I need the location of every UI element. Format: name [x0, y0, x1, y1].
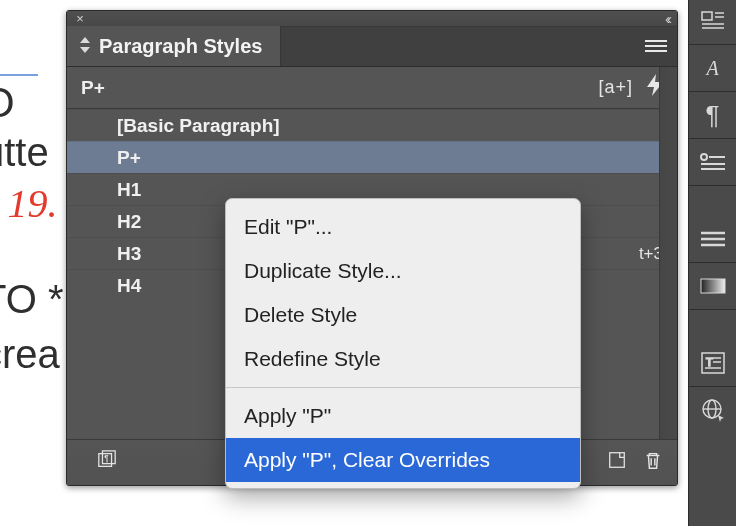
globe-icon[interactable]	[689, 389, 737, 431]
style-name: H4	[117, 275, 141, 297]
doc-text-fragment: utte	[0, 128, 49, 176]
panel-titlebar[interactable]: × ‹‹	[67, 11, 677, 27]
svg-rect-12	[701, 279, 725, 293]
delete-style-icon[interactable]	[643, 450, 663, 475]
style-row[interactable]: [Basic Paragraph]	[67, 109, 677, 141]
svg-rect-0	[702, 12, 712, 20]
close-icon[interactable]: ×	[73, 12, 87, 26]
svg-text:T: T	[706, 356, 713, 368]
context-menu-item[interactable]: Duplicate Style...	[226, 249, 580, 293]
clear-overrides-icon[interactable]: ¶	[97, 450, 117, 475]
context-menu-item[interactable]: Redefine Style	[226, 337, 580, 381]
justify-lines-icon[interactable]	[689, 218, 737, 260]
right-dock: A ¶ T	[688, 0, 736, 526]
svg-point-5	[701, 154, 707, 160]
style-row[interactable]: P+	[67, 141, 677, 173]
style-name: H2	[117, 211, 141, 233]
context-menu-item[interactable]: Apply "P", Clear Overrides	[226, 438, 580, 482]
style-name: H1	[117, 179, 141, 201]
document-canvas: O utte s 19. TO * crea	[0, 0, 70, 526]
style-name: [Basic Paragraph]	[117, 115, 280, 137]
new-style-icon[interactable]	[607, 450, 627, 475]
panel-status-bar: P+ [a+]	[67, 67, 677, 109]
panel-title: Paragraph Styles	[99, 35, 262, 58]
context-menu-item[interactable]: Delete Style	[226, 293, 580, 337]
svg-marker-22	[80, 47, 90, 53]
new-style-group-icon[interactable]: [a+]	[598, 77, 633, 98]
svg-marker-21	[80, 37, 90, 43]
style-name: H3	[117, 243, 141, 265]
current-style-label: P+	[81, 77, 105, 99]
flyout-menu-icon[interactable]	[635, 26, 677, 66]
doc-text-fragment: s 19.	[0, 180, 58, 228]
style-name: P+	[117, 147, 141, 169]
gradient-icon[interactable]	[689, 265, 737, 307]
context-menu-item[interactable]: Apply "P"	[226, 394, 580, 438]
story-panel-icon[interactable]	[689, 141, 737, 183]
doc-text-fragment: O	[0, 78, 15, 128]
doc-rule	[0, 74, 38, 76]
paragraph-panel-icon[interactable]	[689, 0, 737, 42]
svg-rect-30	[610, 453, 625, 468]
context-menu-item[interactable]: Edit "P"...	[226, 205, 580, 249]
scrollbar[interactable]	[659, 67, 677, 439]
chevron-updown-icon	[79, 37, 91, 56]
svg-text:¶: ¶	[104, 454, 109, 463]
glyphs-panel-icon[interactable]: ¶	[689, 94, 737, 136]
tab-paragraph-styles[interactable]: Paragraph Styles	[67, 26, 281, 66]
doc-text-fragment: TO *	[0, 275, 64, 323]
doc-text-fragment: crea	[0, 330, 60, 378]
context-menu-divider	[226, 387, 580, 388]
context-menu[interactable]: Edit "P"...Duplicate Style...Delete Styl…	[225, 198, 581, 489]
text-frame-icon[interactable]: T	[689, 342, 737, 384]
panel-tabbar: Paragraph Styles	[67, 27, 677, 67]
character-panel-icon[interactable]: A	[689, 47, 737, 89]
collapse-icon[interactable]: ‹‹	[665, 10, 669, 27]
